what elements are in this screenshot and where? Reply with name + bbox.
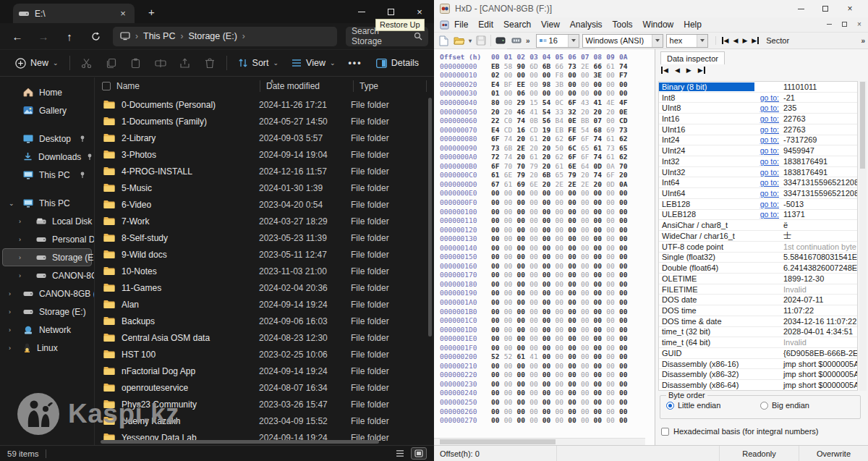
hex-byte[interactable]: 00 [579,226,592,234]
hex-byte[interactable]: 00 [553,226,566,234]
hex-byte[interactable]: 00 [579,380,592,388]
chevron-right-icon[interactable]: › [19,218,21,225]
hex-byte[interactable]: 00 [540,234,553,242]
hex-byte[interactable]: 00 [540,334,553,342]
hex-byte[interactable]: 00 [502,244,515,252]
status-readonly[interactable]: Readonly [720,446,799,461]
big-endian-radio[interactable]: Big endian [760,401,854,410]
hex-row[interactable]: 0000002100000000000000000000000 [434,361,655,371]
hex-byte[interactable]: 00 [592,308,605,316]
encoding-select[interactable]: Windows (ANSI) [582,34,663,48]
hex-byte[interactable]: 01 [489,89,502,97]
hex-byte[interactable]: 70 [617,162,630,170]
goto-link[interactable]: go to: [754,168,779,177]
file-row[interactable]: Backups2024-09-06 16:03File folder [95,313,425,329]
menu-tools[interactable]: Tools [613,20,633,30]
hex-byte[interactable]: 00 [527,398,540,406]
hex-byte[interactable]: 68 [592,126,605,134]
hex-byte[interactable]: 00 [527,326,540,334]
hex-byte[interactable]: 0A [604,162,617,170]
hex-byte[interactable]: 46 [514,108,527,116]
hex-byte[interactable]: 3B [553,80,566,88]
hex-byte[interactable]: 0A [617,180,630,188]
hex-byte[interactable]: 6F [566,153,579,161]
hex-byte[interactable]: 00 [617,298,630,306]
hex-byte[interactable]: 00 [540,253,553,261]
hex-byte[interactable]: 00 [553,389,566,397]
hex-row[interactable]: 000000020E4BFEE00983B0000000000 [434,80,655,89]
hex-byte[interactable]: 00 [502,398,515,406]
hex-byte[interactable]: FE [566,126,579,134]
hex-byte[interactable]: 00 [502,262,515,270]
hex-byte[interactable]: 00 [489,334,502,342]
file-row[interactable]: 6-Video2023-04-20 0:54File folder [95,196,425,213]
hex-byte[interactable]: 00 [604,380,617,388]
hex-byte[interactable]: 00 [579,352,592,360]
inspector-row[interactable]: WideChar / char16_t士 [659,231,857,242]
hex-row[interactable]: 0000001200000000000000000000000 [434,225,655,234]
mdi-minimize-button[interactable] [825,20,833,28]
hex-byte[interactable]: 3E [592,71,605,79]
hex-byte[interactable]: 00 [592,389,605,397]
hex-byte[interactable]: 00 [527,380,540,388]
hex-byte[interactable]: 00 [617,253,630,261]
hex-byte[interactable]: 00 [489,326,502,334]
inspector-row[interactable]: DOS date2024-07-11 [659,295,857,305]
hex-byte[interactable]: 00 [592,271,605,279]
refresh-button[interactable] [84,27,107,46]
inspector-row[interactable]: Int64go to:3347131559652120811 [659,177,857,188]
hex-byte[interactable]: 00 [553,89,566,97]
hex-byte[interactable]: 00 [604,189,617,197]
hex-byte[interactable]: 79 [514,171,527,179]
hex-byte[interactable]: 20 [489,108,502,116]
chevron-right-icon[interactable]: › [19,236,21,243]
hex-byte[interactable]: 00 [502,226,515,234]
hex-row[interactable]: 0000000A07274206120626F6F746162 [434,152,655,161]
column-header-name[interactable]: Name ∧ [116,81,260,91]
select-all-checkbox[interactable] [102,82,111,90]
goto-link[interactable]: go to: [754,103,779,112]
hex-byte[interactable]: 90 [514,62,527,70]
hex-byte[interactable]: 6E [566,162,579,170]
chevron-right-icon[interactable]: › [9,326,11,334]
hex-byte[interactable]: 00 [553,308,566,316]
hex-byte[interactable]: 00 [579,298,592,306]
hex-byte[interactable]: 00 [553,280,566,288]
hex-byte[interactable]: 00 [527,198,540,206]
hex-byte[interactable]: 00 [553,234,566,242]
file-row[interactable]: 10-Notes2023-11-03 21:00File folder [95,263,425,279]
hex-byte[interactable]: 54 [579,126,592,134]
hex-byte[interactable]: 41 [527,352,540,360]
open-file-icon[interactable] [453,34,466,47]
inspector-row[interactable]: Binary (8 bit)11101011 [659,82,857,93]
hex-byte[interactable]: 00 [604,407,617,415]
paste-icon[interactable] [124,52,148,74]
hex-byte[interactable]: 00 [592,289,605,297]
hex-byte[interactable]: 00 [566,89,579,97]
hex-byte[interactable]: 00 [566,208,579,216]
hex-byte[interactable]: 00 [617,80,630,88]
hex-byte[interactable]: 00 [540,316,553,324]
hex-byte[interactable]: 00 [566,334,579,342]
hex-byte[interactable]: C0 [502,117,515,124]
hex-byte[interactable]: 00 [489,208,502,216]
hex-byte[interactable]: 0D [604,180,617,188]
hex-byte[interactable]: 0D [592,162,605,170]
hex-byte[interactable]: 00 [592,208,605,216]
more-options-button[interactable]: ••• [341,52,368,74]
inspector-row[interactable]: UInt16go to:22763 [659,124,857,135]
inspector-row[interactable]: Disassembly (x86-32)jmp short $0000005A [659,369,857,380]
hex-byte[interactable]: 00 [553,344,566,352]
hex-byte[interactable]: 00 [553,362,566,370]
hex-byte[interactable]: 00 [617,271,630,279]
hex-byte[interactable]: 0B [527,117,540,124]
hex-byte[interactable]: 6B [540,62,553,70]
hex-byte[interactable]: 00 [553,198,566,206]
hex-byte[interactable]: 43 [579,98,592,106]
hex-byte[interactable]: 2E [514,144,527,152]
hex-byte[interactable]: 73 [617,126,630,134]
hex-row[interactable]: 0000000B06F70707920616E640D0A70 [434,161,655,171]
hex-byte[interactable]: 29 [514,98,527,106]
file-row[interactable]: 8-Self-study2023-05-23 11:39File folder [95,229,425,246]
hex-byte[interactable]: 00 [592,380,605,388]
